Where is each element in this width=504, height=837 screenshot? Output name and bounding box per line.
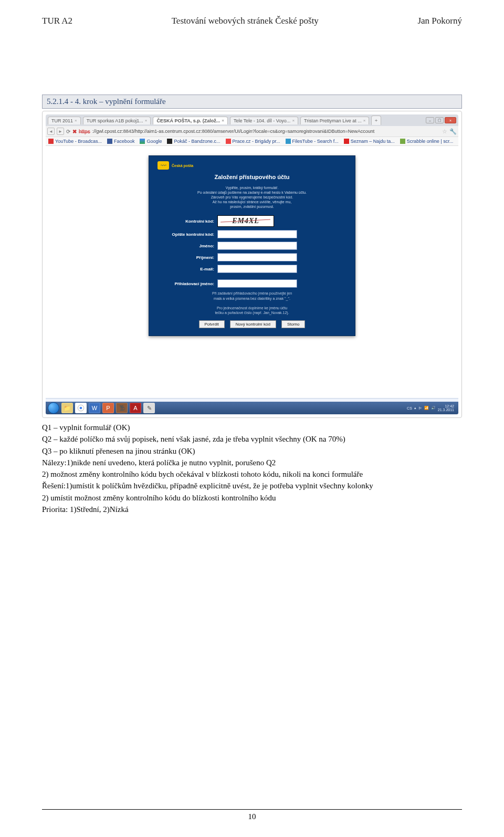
cp-logo-icon: 〰 — [158, 161, 169, 170]
page-number: 10 — [0, 812, 504, 821]
close-icon[interactable]: × — [75, 118, 77, 123]
label-captcha: Kontrolní kód: — [158, 219, 214, 224]
line-priorita: Priorita: 1)Střední, 2)Nízká — [42, 504, 462, 515]
close-icon[interactable]: × — [363, 118, 366, 123]
body-text: Q1 – vyplnit formulář (OK) Q2 – každé po… — [42, 422, 462, 515]
bookmark-item[interactable]: YouTube - Broadcas... — [48, 139, 102, 144]
browser-tab[interactable]: TUR 2011× — [48, 117, 81, 124]
line-n2: 2) možnost změny kontrolního kódu bych o… — [42, 469, 462, 479]
tray-network-icon[interactable]: 📶 — [424, 406, 429, 410]
captcha-input[interactable] — [217, 230, 297, 238]
line-nalezy: Nálezy:1)nikde není uvedeno, která políč… — [42, 457, 462, 468]
header-left: TUR A2 — [42, 16, 72, 26]
url-protocol: https — [79, 129, 90, 134]
tab-strip: TUR 2011× TUR sporkas A1B pokoj1...× ČES… — [46, 114, 458, 126]
label-retype-captcha: Opište kontrolní kód: — [158, 232, 214, 237]
close-icon[interactable]: × — [145, 118, 148, 123]
footer-rule — [42, 809, 462, 810]
header-center: Testování webových stránek České pošty — [172, 16, 319, 26]
label-firstname: Jméno: — [158, 244, 214, 248]
page-content: 〰 Česká pošta Založení přístupového účtu… — [46, 146, 458, 397]
bookmark-item[interactable]: Pokáč - Bandzone.c... — [167, 139, 220, 144]
forward-button[interactable]: ► — [57, 128, 64, 135]
taskbar-icon[interactable]: 📁 — [61, 403, 73, 413]
line-r2: 2) umístit možnost změny kontrolního kód… — [42, 493, 462, 503]
form-title: Založení přístupového účtu — [158, 174, 346, 180]
taskbar: 📁 W P 🗜 A ✎ CS ▴ 🏳 📶 🔊 12:4221.3.2011 — [46, 402, 458, 414]
bookmark-item[interactable]: FilesTube - Search f... — [286, 139, 339, 144]
tray-clock[interactable]: 12:4221.3.2011 — [438, 404, 454, 412]
bookmark-item[interactable]: Google — [140, 139, 162, 144]
minimize-button[interactable]: – — [426, 117, 434, 123]
address-bar: ◄ ► ⟳ ✖ https ://gwl.cpost.cz:8843/http:… — [46, 126, 458, 137]
tray-flag-icon: 🏳 — [418, 406, 422, 410]
login-input[interactable] — [217, 279, 297, 288]
tray-volume-icon[interactable]: 🔊 — [431, 406, 436, 410]
url-field[interactable]: ://gwl.cpost.cz:8843/http://aim1-as.cent… — [92, 129, 440, 134]
section-heading: 5.2.1.4 - 4. krok – vyplnění formuláře — [42, 95, 462, 109]
bookmark-bar: YouTube - Broadcas... Facebook Google Po… — [46, 137, 458, 146]
settings-wrench-icon[interactable]: 🔧 — [449, 128, 457, 135]
taskbar-icon[interactable] — [75, 403, 87, 413]
browser-statusbar — [46, 398, 458, 402]
back-button[interactable]: ◄ — [47, 128, 55, 135]
email-input[interactable] — [217, 265, 297, 273]
header-right: Jan Pokorný — [417, 16, 462, 26]
signup-form: 〰 Česká pošta Založení přístupového účtu… — [149, 155, 355, 336]
ssl-warning-icon: ✖ — [72, 129, 77, 134]
form-note: Při zadávání přihlašovacího jména použív… — [158, 291, 346, 315]
firstname-input[interactable] — [217, 242, 297, 250]
confirm-button[interactable]: Potvrdit — [199, 320, 225, 328]
close-button[interactable]: × — [445, 117, 456, 123]
doc-header: TUR A2 Testování webových stránek České … — [42, 16, 462, 26]
line-q2: Q2 – každé políčko má svůj popisek, není… — [42, 434, 462, 444]
taskbar-icon[interactable]: P — [102, 403, 114, 413]
bookmark-item[interactable]: Facebook — [107, 139, 135, 144]
captcha-image: EM4XL — [217, 215, 274, 227]
start-button[interactable] — [48, 402, 59, 414]
browser-tab-active[interactable]: ČESKÁ POŠTA, s.p. (Založ...× — [153, 117, 228, 124]
browser-tab[interactable]: TUR sporkas A1B pokoj1...× — [83, 117, 151, 124]
bookmark-item[interactable]: Prace.cz - Brigády pr... — [226, 139, 280, 144]
line-q1: Q1 – vyplnit formulář (OK) — [42, 422, 462, 433]
cp-logo-text: Česká pošta — [172, 164, 193, 168]
lastname-input[interactable] — [217, 253, 297, 261]
taskbar-icon[interactable]: A — [130, 403, 141, 413]
cancel-button[interactable]: Storno — [281, 320, 306, 328]
form-intro: Vyplňte, prosím, krátký formulář. Po ode… — [158, 185, 346, 209]
reload-button[interactable]: ⟳ — [66, 129, 70, 134]
close-icon[interactable]: × — [292, 118, 295, 123]
browser-tab[interactable]: Tristan Prettyman Live at ...× — [300, 117, 369, 124]
label-login: Přihlašovací jméno: — [158, 281, 214, 286]
screenshot: TUR 2011× TUR sporkas A1B pokoj1...× ČES… — [42, 111, 462, 418]
bookmark-star-icon[interactable]: ☆ — [442, 128, 447, 135]
window-controls: – ▢ × — [426, 117, 456, 123]
line-reseni: Řešení:1)umístit k políčkům hvězdičku, p… — [42, 480, 462, 491]
close-icon[interactable]: × — [222, 118, 224, 123]
taskbar-icon[interactable]: ✎ — [143, 403, 155, 413]
tray-lang[interactable]: CS — [407, 406, 412, 410]
browser-tab[interactable]: Tele Tele - 104. díl - Voyo...× — [230, 117, 298, 124]
new-code-button[interactable]: Nový kontrolní kód — [230, 320, 276, 328]
taskbar-icon[interactable]: 🗜 — [116, 403, 128, 413]
line-q3: Q3 – po kliknutí přenesen na jinou strán… — [42, 446, 462, 456]
taskbar-icon[interactable]: W — [89, 403, 100, 413]
svg-point-1 — [80, 407, 82, 410]
bookmark-item[interactable]: Scrabble online | scr... — [400, 139, 453, 144]
tray-chevron-icon[interactable]: ▴ — [414, 406, 416, 410]
label-email: E-mail: — [158, 267, 214, 271]
bookmark-item[interactable]: Seznam – Najdu ta... — [344, 139, 395, 144]
new-tab-button[interactable]: ＋ — [371, 116, 381, 125]
label-lastname: Příjmení: — [158, 255, 214, 260]
maximize-button[interactable]: ▢ — [435, 117, 444, 123]
